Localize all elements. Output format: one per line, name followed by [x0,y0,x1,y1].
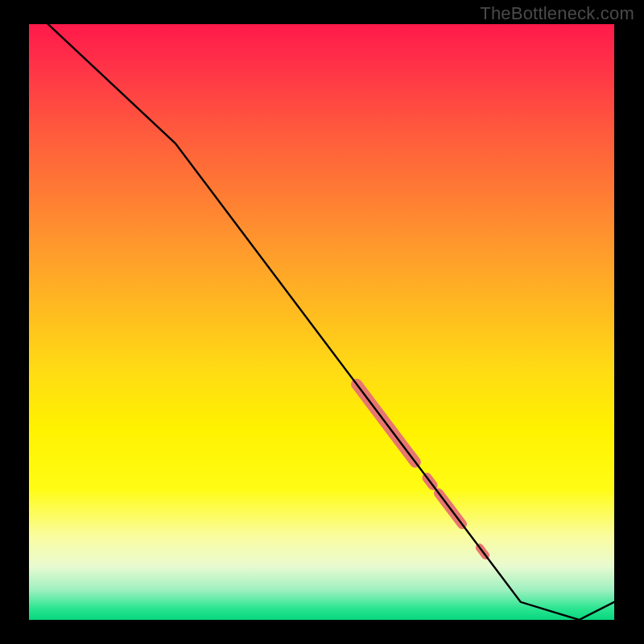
watermark-text: TheBottleneck.com [480,3,634,24]
bottleneck-curve-path [29,24,614,620]
plot-area [29,24,614,620]
chart-svg [29,24,614,620]
